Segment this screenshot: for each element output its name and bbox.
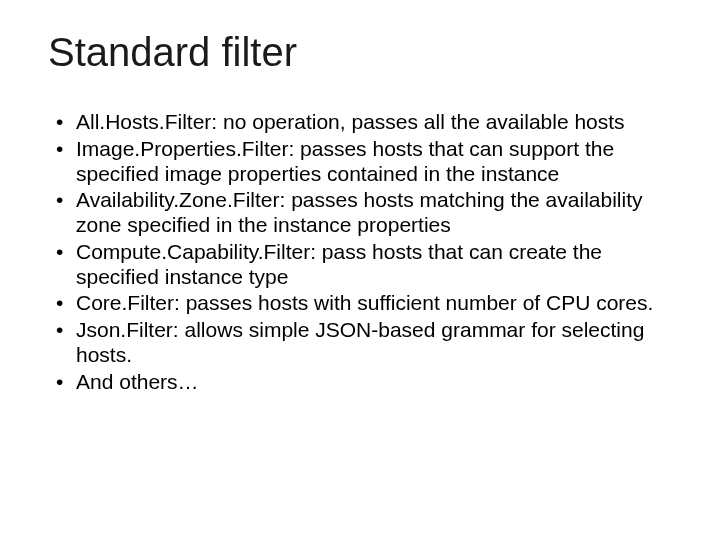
list-item: All.Hosts.Filter: no operation, passes a… [54, 110, 672, 135]
list-item: Availability.Zone.Filter: passes hosts m… [54, 188, 672, 238]
list-item: Json.Filter: allows simple JSON-based gr… [54, 318, 672, 368]
slide: Standard filter All.Hosts.Filter: no ope… [0, 0, 720, 540]
list-item: And others… [54, 370, 672, 395]
slide-title: Standard filter [48, 30, 672, 74]
bullet-list: All.Hosts.Filter: no operation, passes a… [54, 110, 672, 394]
list-item: Core.Filter: passes hosts with sufficien… [54, 291, 672, 316]
list-item: Image.Properties.Filter: passes hosts th… [54, 137, 672, 187]
list-item: Compute.Capability.Filter: pass hosts th… [54, 240, 672, 290]
